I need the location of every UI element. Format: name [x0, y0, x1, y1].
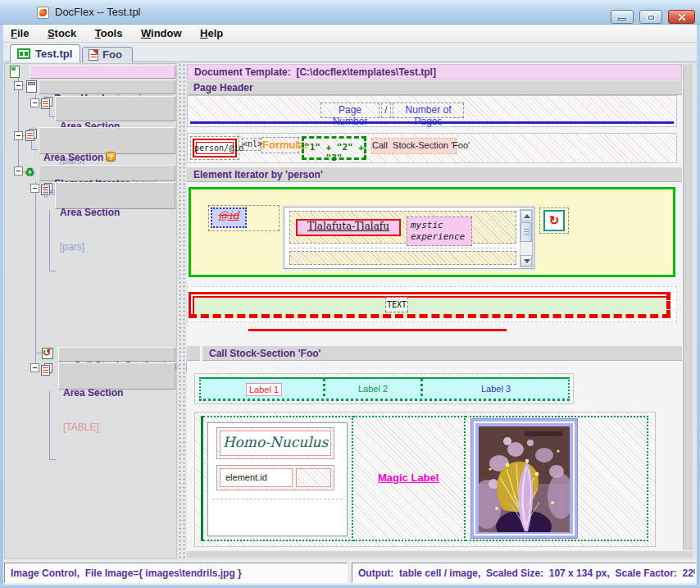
label-2-control[interactable]: Label 2	[325, 384, 420, 394]
expander-toggle[interactable]	[30, 184, 39, 193]
question-badge-icon: ?	[106, 152, 116, 162]
area-section-node-icon[interactable]	[25, 129, 39, 142]
window-border-bottom	[0, 585, 700, 588]
red-rule-line	[248, 329, 507, 331]
status-bar: Image Control, File Image={ images\tendr…	[3, 560, 697, 585]
table-cell-2[interactable]: Magic Label	[353, 416, 466, 541]
iterator-content-area: Tlalafuta-Tlalafu mystic experience	[289, 211, 516, 244]
call-section-bar-stub	[187, 345, 200, 361]
tab-test-tpl[interactable]: Test.tpl	[10, 44, 80, 62]
row-separator	[212, 499, 343, 499]
expander-toggle[interactable]	[14, 131, 23, 140]
mystic-line-2: experience	[411, 231, 471, 243]
tree-line	[18, 78, 19, 172]
id-control[interactable]: @id	[211, 207, 247, 228]
vertical-scrollbar[interactable]	[520, 209, 533, 267]
arrow-up-icon	[524, 214, 530, 218]
call-stock-section-icon[interactable]: ↻	[543, 210, 565, 231]
minimize-button[interactable]	[611, 10, 634, 24]
window-title: DocFlex -- Test.tpl	[55, 6, 141, 18]
controls-strip: person/@id <nl> Formula: "1" + "2" + "3"…	[187, 133, 677, 163]
expander-toggle[interactable]	[14, 166, 23, 175]
canvas-right-gutter	[683, 64, 693, 550]
cell-1-panel: Homo-Nuculus element.id	[207, 422, 348, 536]
text-control[interactable]: TEXT	[385, 297, 408, 312]
mystic-text-control[interactable]: mystic experience	[407, 217, 472, 246]
title-text-control[interactable]: Tlalafuta-Tlalafu	[296, 219, 401, 236]
formula-expression-control[interactable]: "1" + "2" + "3"	[302, 136, 366, 160]
slash-control[interactable]: /	[381, 103, 391, 118]
label-1-control[interactable]: Label 1	[246, 383, 282, 396]
expander-toggle[interactable]	[14, 81, 23, 90]
table-cell-3[interactable]	[466, 416, 648, 541]
menu-window[interactable]: Window	[134, 25, 189, 39]
menu-tools[interactable]: Tools	[88, 25, 130, 39]
tree-line	[49, 109, 50, 116]
title-bar[interactable]: DocFlex -- Test.tpl	[0, 0, 700, 25]
status-output-info: Output: table cell / image, Scaled Size:…	[352, 563, 696, 583]
scrollbar-thumb[interactable]	[520, 222, 532, 242]
data-control[interactable]: person/@id	[193, 139, 237, 157]
menu-file[interactable]: File	[3, 25, 36, 39]
image-control-frame[interactable]	[470, 418, 578, 539]
labels-strip: Label 1 Label 2 Label 3	[194, 373, 574, 404]
empty-field-control[interactable]	[296, 468, 331, 487]
tree-node-area-section-2[interactable]: Area Section? [pars]	[39, 127, 175, 154]
magic-label-control[interactable]: Magic Label	[378, 472, 439, 484]
data-control-selection[interactable]: person/@id	[190, 136, 239, 160]
tree-node-call-stock-section[interactable]: Call Stock-Section [pars]	[58, 347, 175, 362]
node-label: Area Section	[43, 152, 103, 163]
newline-control[interactable]: <nl>	[242, 138, 261, 151]
tree-line	[49, 459, 56, 460]
area-section-node-icon[interactable]	[41, 363, 54, 376]
panel-splitter[interactable]	[178, 63, 186, 558]
call-icon-selection[interactable]: ↻	[539, 207, 569, 234]
window-border-left	[0, 25, 3, 585]
field-box: element.id	[216, 465, 334, 490]
number-of-pages-control[interactable]: Number of Pages	[393, 103, 464, 118]
document-template-header-bar[interactable]: Document Template: [C:\docflex\templates…	[187, 64, 682, 80]
tree-node-area-section-3[interactable]: Area Section [pars]	[55, 182, 175, 209]
expander-toggle[interactable]	[30, 363, 39, 372]
table-cell-1[interactable]: Homo-Nuculus element.id	[203, 416, 353, 541]
call-stock-section-bar[interactable]: Call Stock-Section 'Foo'	[202, 345, 682, 361]
label-3-control[interactable]: Label 3	[423, 384, 569, 394]
id-control-selection[interactable]: @id	[208, 205, 280, 231]
labels-table[interactable]: Label 1 Label 2 Label 3	[199, 377, 570, 401]
maximize-icon	[648, 14, 655, 21]
node-label: Area Section	[60, 207, 175, 218]
call-stock-section-control[interactable]: Call Stock-Section 'Foo'	[371, 138, 457, 154]
scroll-down-button[interactable]	[520, 255, 532, 267]
page-header-section-bar[interactable]: Page Header	[187, 80, 682, 95]
tree-node-element-iterator[interactable]: Element Iterator [pars]	[39, 165, 175, 181]
heading-control[interactable]: Homo-Nuculus	[220, 431, 331, 456]
page-number-control[interactable]: Page Number	[320, 103, 380, 118]
row-separator	[289, 248, 516, 248]
tree-node-area-section-table[interactable]: Area Section [TABLE]	[58, 362, 175, 390]
formula-control[interactable]: Formula:	[261, 137, 299, 153]
close-button[interactable]	[668, 10, 695, 24]
iterator-empty-row	[289, 251, 516, 265]
scroll-up-button[interactable]	[520, 210, 532, 221]
call-stock-section-node-icon[interactable]: ↺	[42, 348, 55, 361]
element-iterator-node-icon[interactable]: ♻	[25, 165, 38, 178]
element-iterator-section-bar[interactable]: Element Iterator by 'person'	[187, 166, 682, 182]
element-id-control[interactable]: element.id	[220, 468, 293, 487]
tab-foo[interactable]: Foo	[82, 47, 133, 62]
app-icon	[37, 7, 49, 19]
tree-node-page-header[interactable]: Page Header [pars]	[39, 80, 175, 94]
tree-node-template[interactable]: Template	[30, 65, 175, 79]
tree-line	[31, 149, 38, 150]
template-node-icon[interactable]	[9, 66, 22, 79]
menu-bar: File Stock Tools Window Help	[3, 25, 697, 43]
mystic-line-1: mystic	[411, 220, 471, 231]
text-area-box[interactable]: TEXT	[189, 292, 670, 318]
tree-line	[49, 391, 50, 459]
node-pars: [pars]	[60, 241, 175, 253]
maximize-button[interactable]	[639, 10, 662, 24]
menu-stock[interactable]: Stock	[40, 25, 84, 39]
menu-help[interactable]: Help	[193, 25, 230, 39]
tree-line	[35, 353, 42, 353]
tab-bar: Test.tpl Foo	[3, 43, 697, 62]
tree-node-area-section-1[interactable]: Area Section [pars]	[55, 96, 175, 121]
